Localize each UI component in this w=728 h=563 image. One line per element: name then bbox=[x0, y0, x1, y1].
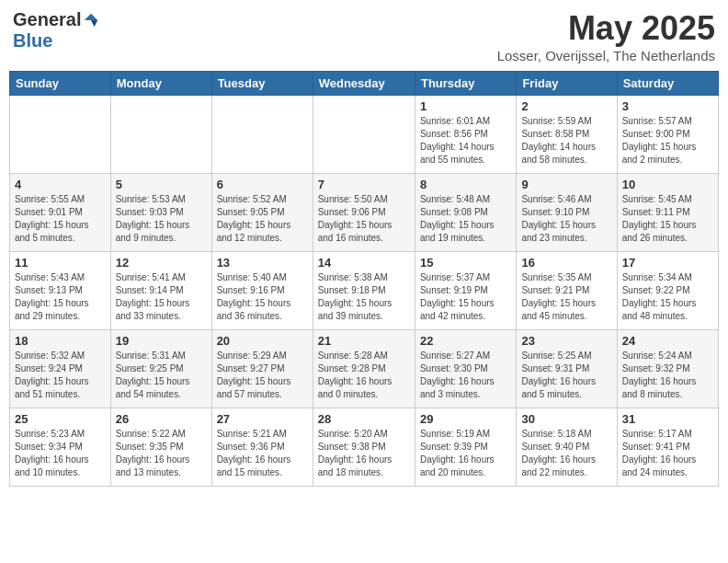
calendar-cell: 23Sunrise: 5:25 AM Sunset: 9:31 PM Dayli… bbox=[517, 330, 617, 408]
day-number: 23 bbox=[521, 334, 611, 348]
calendar-cell: 16Sunrise: 5:35 AM Sunset: 9:21 PM Dayli… bbox=[517, 252, 617, 330]
day-info: Sunrise: 5:32 AM Sunset: 9:24 PM Dayligh… bbox=[15, 350, 106, 401]
location-text: Losser, Overijssel, The Netherlands bbox=[497, 48, 715, 63]
day-info: Sunrise: 6:01 AM Sunset: 8:56 PM Dayligh… bbox=[420, 115, 511, 167]
calendar-cell: 18Sunrise: 5:32 AM Sunset: 9:24 PM Dayli… bbox=[10, 330, 111, 408]
day-info: Sunrise: 5:46 AM Sunset: 9:10 PM Dayligh… bbox=[521, 193, 611, 245]
logo: General Blue bbox=[13, 9, 99, 52]
day-info: Sunrise: 5:24 AM Sunset: 9:32 PM Dayligh… bbox=[622, 350, 713, 401]
day-info: Sunrise: 5:22 AM Sunset: 9:35 PM Dayligh… bbox=[116, 428, 207, 479]
day-number: 13 bbox=[217, 256, 308, 270]
day-info: Sunrise: 5:50 AM Sunset: 9:06 PM Dayligh… bbox=[318, 193, 410, 245]
svg-marker-0 bbox=[85, 13, 97, 19]
day-info: Sunrise: 5:43 AM Sunset: 9:13 PM Dayligh… bbox=[15, 271, 106, 323]
calendar-cell: 21Sunrise: 5:28 AM Sunset: 9:28 PM Dayli… bbox=[313, 330, 415, 408]
svg-marker-1 bbox=[91, 20, 97, 27]
day-info: Sunrise: 5:34 AM Sunset: 9:22 PM Dayligh… bbox=[622, 271, 713, 323]
calendar-cell: 5Sunrise: 5:53 AM Sunset: 9:03 PM Daylig… bbox=[110, 174, 211, 252]
day-number: 25 bbox=[15, 412, 106, 426]
logo-blue-text: Blue bbox=[13, 30, 52, 52]
calendar-cell: 4Sunrise: 5:55 AM Sunset: 9:01 PM Daylig… bbox=[10, 174, 111, 252]
calendar-cell: 19Sunrise: 5:31 AM Sunset: 9:25 PM Dayli… bbox=[110, 330, 211, 408]
day-number: 9 bbox=[521, 178, 611, 191]
day-info: Sunrise: 5:48 AM Sunset: 9:08 PM Dayligh… bbox=[420, 193, 511, 245]
calendar-cell: 20Sunrise: 5:29 AM Sunset: 9:27 PM Dayli… bbox=[211, 330, 313, 408]
day-number: 28 bbox=[318, 412, 410, 426]
calendar-cell: 12Sunrise: 5:41 AM Sunset: 9:14 PM Dayli… bbox=[110, 252, 211, 330]
day-number: 3 bbox=[622, 99, 713, 113]
day-number: 1 bbox=[420, 99, 511, 113]
calendar-cell: 11Sunrise: 5:43 AM Sunset: 9:13 PM Dayli… bbox=[10, 252, 111, 330]
day-number: 31 bbox=[622, 412, 713, 426]
weekday-header-thursday: Thursday bbox=[415, 72, 516, 96]
calendar-week-2: 4Sunrise: 5:55 AM Sunset: 9:01 PM Daylig… bbox=[10, 174, 719, 252]
day-info: Sunrise: 5:59 AM Sunset: 8:58 PM Dayligh… bbox=[521, 115, 611, 167]
weekday-header-saturday: Saturday bbox=[617, 72, 718, 96]
calendar-cell: 3Sunrise: 5:57 AM Sunset: 9:00 PM Daylig… bbox=[617, 96, 718, 174]
day-info: Sunrise: 5:27 AM Sunset: 9:30 PM Dayligh… bbox=[420, 350, 511, 401]
day-info: Sunrise: 5:19 AM Sunset: 9:39 PM Dayligh… bbox=[420, 428, 511, 479]
day-info: Sunrise: 5:20 AM Sunset: 9:38 PM Dayligh… bbox=[318, 428, 410, 479]
day-number: 5 bbox=[116, 178, 207, 191]
calendar-cell: 30Sunrise: 5:18 AM Sunset: 9:40 PM Dayli… bbox=[517, 408, 617, 487]
day-number: 17 bbox=[622, 256, 713, 270]
calendar-cell: 17Sunrise: 5:34 AM Sunset: 9:22 PM Dayli… bbox=[617, 252, 718, 330]
calendar-week-5: 25Sunrise: 5:23 AM Sunset: 9:34 PM Dayli… bbox=[10, 408, 719, 487]
day-number: 14 bbox=[318, 256, 410, 270]
calendar-cell: 1Sunrise: 6:01 AM Sunset: 8:56 PM Daylig… bbox=[415, 96, 516, 174]
calendar-cell bbox=[10, 96, 111, 174]
day-info: Sunrise: 5:52 AM Sunset: 9:05 PM Dayligh… bbox=[217, 193, 308, 245]
month-title: May 2025 bbox=[497, 9, 715, 48]
calendar-week-3: 11Sunrise: 5:43 AM Sunset: 9:13 PM Dayli… bbox=[10, 252, 719, 330]
day-number: 16 bbox=[521, 256, 611, 270]
day-number: 4 bbox=[15, 178, 106, 191]
day-info: Sunrise: 5:57 AM Sunset: 9:00 PM Dayligh… bbox=[622, 115, 713, 167]
calendar-week-4: 18Sunrise: 5:32 AM Sunset: 9:24 PM Dayli… bbox=[10, 330, 719, 408]
page-header: General Blue May 2025 Losser, Overijssel… bbox=[9, 9, 719, 63]
calendar-cell: 8Sunrise: 5:48 AM Sunset: 9:08 PM Daylig… bbox=[415, 174, 516, 252]
calendar-cell bbox=[110, 96, 211, 174]
day-number: 15 bbox=[420, 256, 511, 270]
day-number: 21 bbox=[318, 334, 410, 348]
calendar-cell: 25Sunrise: 5:23 AM Sunset: 9:34 PM Dayli… bbox=[10, 408, 111, 487]
calendar-cell: 15Sunrise: 5:37 AM Sunset: 9:19 PM Dayli… bbox=[415, 252, 516, 330]
day-number: 11 bbox=[15, 256, 106, 270]
day-number: 24 bbox=[622, 334, 713, 348]
logo-general-text: General bbox=[13, 9, 81, 30]
weekday-header-friday: Friday bbox=[517, 72, 617, 96]
day-info: Sunrise: 5:40 AM Sunset: 9:16 PM Dayligh… bbox=[217, 271, 308, 323]
calendar-header-row: SundayMondayTuesdayWednesdayThursdayFrid… bbox=[10, 72, 719, 96]
day-number: 6 bbox=[217, 178, 308, 191]
calendar-cell: 29Sunrise: 5:19 AM Sunset: 9:39 PM Dayli… bbox=[415, 408, 516, 487]
calendar-cell: 9Sunrise: 5:46 AM Sunset: 9:10 PM Daylig… bbox=[517, 174, 617, 252]
day-number: 12 bbox=[116, 256, 207, 270]
day-info: Sunrise: 5:41 AM Sunset: 9:14 PM Dayligh… bbox=[116, 271, 207, 323]
day-number: 27 bbox=[217, 412, 308, 426]
weekday-header-sunday: Sunday bbox=[10, 72, 111, 96]
calendar-cell: 31Sunrise: 5:17 AM Sunset: 9:41 PM Dayli… bbox=[617, 408, 718, 487]
day-number: 7 bbox=[318, 178, 410, 191]
day-info: Sunrise: 5:28 AM Sunset: 9:28 PM Dayligh… bbox=[318, 350, 410, 401]
calendar-cell: 13Sunrise: 5:40 AM Sunset: 9:16 PM Dayli… bbox=[211, 252, 313, 330]
calendar-cell: 6Sunrise: 5:52 AM Sunset: 9:05 PM Daylig… bbox=[211, 174, 313, 252]
weekday-header-monday: Monday bbox=[110, 72, 211, 96]
day-info: Sunrise: 5:25 AM Sunset: 9:31 PM Dayligh… bbox=[521, 350, 611, 401]
calendar-cell: 28Sunrise: 5:20 AM Sunset: 9:38 PM Dayli… bbox=[313, 408, 415, 487]
day-info: Sunrise: 5:37 AM Sunset: 9:19 PM Dayligh… bbox=[420, 271, 511, 323]
day-number: 22 bbox=[420, 334, 511, 348]
day-info: Sunrise: 5:18 AM Sunset: 9:40 PM Dayligh… bbox=[521, 428, 611, 479]
day-number: 20 bbox=[217, 334, 308, 348]
calendar-cell bbox=[211, 96, 313, 174]
calendar-week-1: 1Sunrise: 6:01 AM Sunset: 8:56 PM Daylig… bbox=[10, 96, 719, 174]
calendar-cell: 22Sunrise: 5:27 AM Sunset: 9:30 PM Dayli… bbox=[415, 330, 516, 408]
day-number: 26 bbox=[116, 412, 207, 426]
day-info: Sunrise: 5:53 AM Sunset: 9:03 PM Dayligh… bbox=[116, 193, 207, 245]
day-info: Sunrise: 5:31 AM Sunset: 9:25 PM Dayligh… bbox=[116, 350, 207, 401]
calendar-cell: 27Sunrise: 5:21 AM Sunset: 9:36 PM Dayli… bbox=[211, 408, 313, 487]
weekday-header-tuesday: Tuesday bbox=[211, 72, 313, 96]
day-number: 19 bbox=[116, 334, 207, 348]
calendar-table: SundayMondayTuesdayWednesdayThursdayFrid… bbox=[9, 71, 719, 487]
day-info: Sunrise: 5:38 AM Sunset: 9:18 PM Dayligh… bbox=[318, 271, 410, 323]
calendar-cell: 14Sunrise: 5:38 AM Sunset: 9:18 PM Dayli… bbox=[313, 252, 415, 330]
logo-icon bbox=[83, 12, 99, 29]
